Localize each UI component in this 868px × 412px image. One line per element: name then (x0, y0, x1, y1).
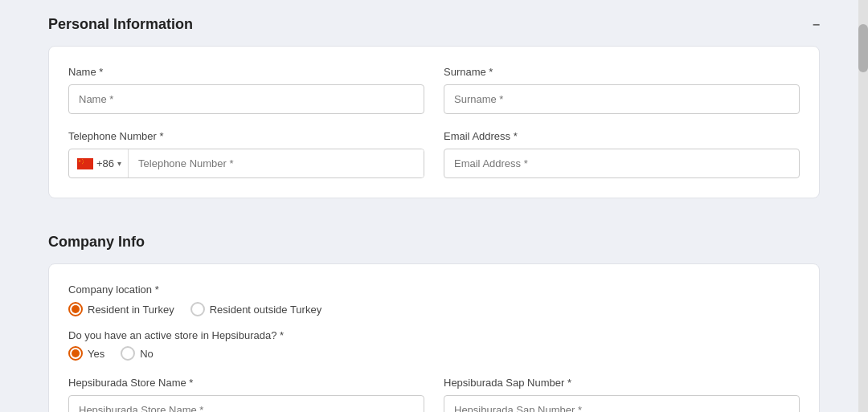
store-name-group: Hepsiburada Store Name * (68, 377, 424, 412)
resident-outside-radio[interactable] (190, 302, 205, 316)
china-flag-icon (77, 158, 93, 169)
telephone-group: Telephone Number * (68, 130, 424, 178)
company-location-label: Company location * (68, 284, 800, 296)
scrollbar-thumb[interactable] (858, 24, 868, 72)
store-name-label: Hepsiburada Store Name * (68, 377, 424, 389)
resident-turkey-radio[interactable] (68, 302, 83, 316)
company-location-group: Company location * Resident in Turkey Re… (68, 284, 800, 316)
personal-info-collapse-icon[interactable]: − (813, 18, 820, 32)
resident-outside-turkey-option[interactable]: Resident outside Turkey (190, 302, 321, 316)
sap-number-group: Hepsiburada Sap Number * (444, 377, 800, 412)
company-info-card: Company location * Resident in Turkey Re… (48, 263, 820, 412)
name-group: Name * (68, 66, 424, 114)
yes-no-radio-group: Yes No (68, 346, 800, 361)
scrollbar[interactable] (858, 0, 868, 412)
yes-radio[interactable] (68, 346, 83, 361)
no-radio[interactable] (121, 346, 135, 361)
personal-info-title: Personal Information (48, 16, 193, 33)
yes-option[interactable]: Yes (68, 346, 104, 361)
resident-turkey-option[interactable]: Resident in Turkey (68, 302, 174, 316)
email-label: Email Address * (444, 130, 800, 142)
phone-flag-prefix[interactable]: +86 ▾ (69, 149, 129, 177)
active-store-group: Do you have an active store in Hepsibura… (68, 329, 800, 361)
yes-label: Yes (88, 348, 104, 360)
location-radio-group: Resident in Turkey Resident outside Turk… (68, 302, 800, 316)
email-group: Email Address * (444, 130, 800, 178)
phone-input-wrapper: +86 ▾ (68, 149, 424, 178)
store-name-input[interactable] (68, 395, 424, 412)
name-input[interactable] (68, 84, 424, 114)
surname-input[interactable] (444, 84, 800, 114)
name-label: Name * (68, 66, 424, 78)
phone-dropdown-arrow[interactable]: ▾ (117, 159, 121, 168)
sap-number-input[interactable] (444, 395, 800, 412)
resident-outside-label: Resident outside Turkey (210, 304, 321, 316)
store-name-sap-row: Hepsiburada Store Name * Hepsiburada Sap… (68, 377, 800, 412)
telephone-input[interactable] (129, 149, 424, 177)
phone-prefix-text: +86 (96, 157, 114, 169)
email-input[interactable] (444, 149, 800, 178)
surname-label: Surname * (444, 66, 800, 78)
telephone-label: Telephone Number * (68, 130, 424, 142)
personal-info-card: Name * Surname * Telephone Number * (48, 46, 820, 198)
sap-number-label: Hepsiburada Sap Number * (444, 377, 800, 389)
name-surname-row: Name * Surname * (68, 66, 800, 114)
company-info-title: Company Info (48, 234, 145, 251)
no-option[interactable]: No (121, 346, 154, 361)
telephone-email-row: Telephone Number * (68, 130, 800, 178)
surname-group: Surname * (444, 66, 800, 114)
resident-turkey-label: Resident in Turkey (88, 304, 174, 316)
active-store-label: Do you have an active store in Hepsibura… (68, 329, 800, 341)
no-label: No (140, 348, 154, 360)
